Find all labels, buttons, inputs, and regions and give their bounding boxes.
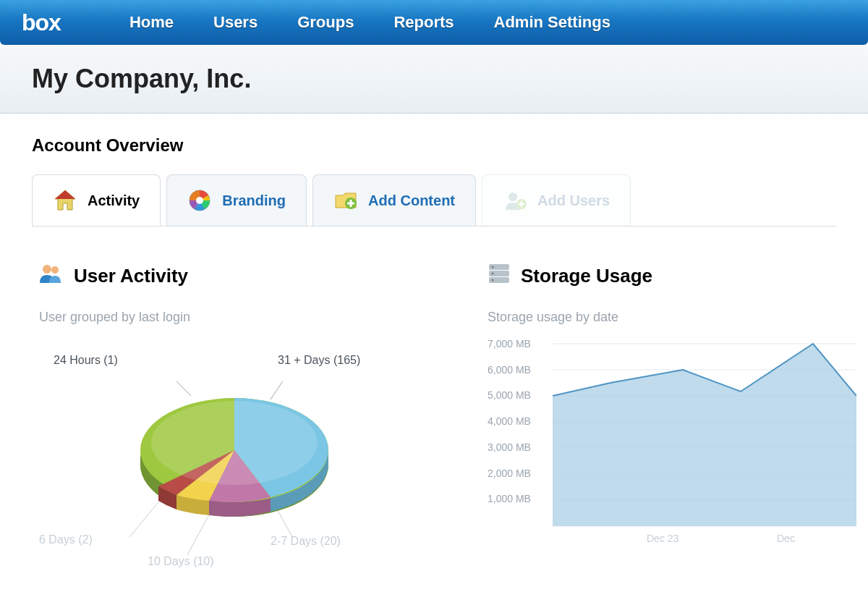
xtick: Dec <box>777 533 795 544</box>
tab-activity[interactable]: Activity <box>32 174 161 226</box>
nav-groups[interactable]: Groups <box>297 13 354 32</box>
tab-add-users[interactable]: Add Users <box>482 174 631 226</box>
user-plus-icon <box>503 188 527 213</box>
page-header: My Company, Inc. <box>0 45 868 114</box>
ytick: 3,000 MB <box>488 441 531 467</box>
pie-label-10d: 10 Days (10) <box>148 555 214 568</box>
folder-plus-icon <box>333 188 358 213</box>
storage-title: Storage Usage <box>521 265 652 287</box>
server-icon <box>488 263 511 289</box>
pie-label-6d: 6 Days (2) <box>39 533 93 546</box>
top-nav: box Home Users Groups Reports Admin Sett… <box>0 0 868 45</box>
ytick: 1,000 MB <box>488 493 531 519</box>
ytick: 4,000 MB <box>488 415 531 441</box>
svg-line-14 <box>271 381 292 399</box>
svg-point-12 <box>51 266 59 274</box>
house-icon <box>53 188 77 213</box>
tab-activity-label: Activity <box>88 192 140 209</box>
pie-chart: 24 Hours (1) 31 + Days (165) 6 Days (2) … <box>39 338 415 570</box>
area-svg: Dec 23 Dec <box>553 338 856 548</box>
tab-branding-label: Branding <box>222 192 286 209</box>
panels: User Activity User grouped by last login… <box>32 226 836 570</box>
y-axis: 7,000 MB 6,000 MB 5,000 MB 4,000 MB 3,00… <box>488 338 531 519</box>
svg-point-25 <box>492 273 494 275</box>
svg-point-20 <box>151 401 318 485</box>
pie-svg <box>126 381 343 555</box>
brand-logo[interactable]: box <box>22 9 61 36</box>
pie-label-24h: 24 Hours (1) <box>54 354 118 367</box>
user-activity-subtitle: User grouped by last login <box>39 310 444 325</box>
ytick: 6,000 MB <box>488 364 531 390</box>
svg-point-3 <box>196 197 203 204</box>
tab-add-content-label: Add Content <box>368 192 455 209</box>
ytick: 2,000 MB <box>488 467 531 494</box>
svg-point-26 <box>492 279 494 281</box>
tab-add-users-label: Add Users <box>537 192 610 209</box>
svg-marker-1 <box>55 190 75 199</box>
users-icon <box>39 263 64 289</box>
nav-admin-settings[interactable]: Admin Settings <box>494 13 610 32</box>
user-activity-title: User Activity <box>74 265 188 287</box>
svg-point-7 <box>509 192 517 201</box>
svg-rect-6 <box>347 203 354 205</box>
company-title: My Company, Inc. <box>32 64 836 94</box>
nav-home[interactable]: Home <box>129 13 174 32</box>
tab-add-content[interactable]: Add Content <box>312 174 476 226</box>
svg-point-11 <box>43 265 51 274</box>
storage-subtitle: Storage usage by date <box>488 310 856 325</box>
xtick: Dec 23 <box>647 533 679 544</box>
overview-tabs: Activity Branding <box>32 174 836 226</box>
ytick: 7,000 MB <box>488 338 531 364</box>
content: Account Overview Activity <box>0 114 868 570</box>
nav-reports[interactable]: Reports <box>393 13 454 32</box>
ytick: 5,000 MB <box>488 389 531 415</box>
section-overview-title: Account Overview <box>32 135 836 156</box>
panel-storage-usage: Storage Usage Storage usage by date 7,00… <box>488 263 856 570</box>
pie-label-31plus: 31 + Days (165) <box>278 354 360 367</box>
svg-rect-10 <box>519 203 525 205</box>
area-chart: 7,000 MB 6,000 MB 5,000 MB 4,000 MB 3,00… <box>488 338 856 555</box>
tab-branding[interactable]: Branding <box>166 174 307 226</box>
svg-line-13 <box>162 381 191 396</box>
color-wheel-icon <box>187 188 212 213</box>
svg-point-24 <box>492 266 494 268</box>
nav-users[interactable]: Users <box>213 13 258 32</box>
panel-user-activity: User Activity User grouped by last login… <box>39 263 444 570</box>
